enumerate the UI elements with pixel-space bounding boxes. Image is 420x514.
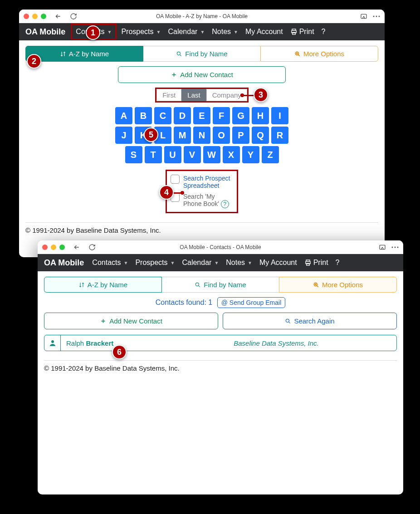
search-plus-icon xyxy=(313,282,319,288)
callout-5: 5 xyxy=(144,127,158,142)
svg-point-11 xyxy=(395,246,396,248)
letter-D[interactable]: D xyxy=(174,107,191,124)
chevron-down-icon: ▼ xyxy=(107,29,112,34)
letter-C[interactable]: C xyxy=(154,107,171,124)
letter-B[interactable]: B xyxy=(135,107,152,124)
label-prospect-spreadsheet[interactable]: Search Prospect Spreadsheet xyxy=(183,175,233,189)
letter-T[interactable]: T xyxy=(145,146,162,163)
nav-help[interactable]: ? xyxy=(333,257,342,269)
letter-F[interactable]: F xyxy=(213,107,230,124)
letter-R[interactable]: R xyxy=(271,127,288,144)
minimize-dot[interactable] xyxy=(32,14,38,19)
nav-print[interactable]: Print xyxy=(302,257,331,269)
tab-more-options[interactable]: More Options xyxy=(279,277,397,293)
cast-icon[interactable] xyxy=(379,244,386,251)
print-icon xyxy=(304,259,312,266)
letter-I[interactable]: I xyxy=(271,107,288,124)
reload-icon[interactable] xyxy=(70,13,77,20)
letter-U[interactable]: U xyxy=(164,146,181,163)
back-icon[interactable] xyxy=(73,244,80,251)
minimize-dot[interactable] xyxy=(51,245,56,250)
titlebar: OA Mobile - A-Z by Name - OA Mobile xyxy=(19,10,385,23)
letter-M[interactable]: M xyxy=(174,127,191,144)
sort-first[interactable]: First xyxy=(156,89,181,101)
back-icon[interactable] xyxy=(54,13,62,20)
results-count: Contacts found: 1 xyxy=(156,299,212,306)
svg-point-7 xyxy=(177,52,181,55)
letter-Y[interactable]: Y xyxy=(242,146,259,163)
nav-contacts[interactable]: Contacts▼ xyxy=(89,257,131,269)
nav-calendar[interactable]: Calendar▼ xyxy=(165,26,207,38)
send-group-email-button[interactable]: @ Send Group Email xyxy=(217,297,286,308)
footer-copyright: © 1991-2024 by Baseline Data Systems, In… xyxy=(44,360,397,372)
letter-N[interactable]: N xyxy=(193,127,210,144)
nav-notes[interactable]: Notes▼ xyxy=(223,257,255,269)
letter-Z[interactable]: Z xyxy=(262,146,279,163)
add-new-contact-button[interactable]: ＋ Add New Contact xyxy=(118,66,286,83)
nav-print[interactable]: Print xyxy=(288,26,317,38)
svg-point-1 xyxy=(373,15,375,17)
close-dot[interactable] xyxy=(24,14,29,19)
tab-az-by-name[interactable]: A-Z by Name xyxy=(25,46,143,62)
svg-point-12 xyxy=(397,246,399,248)
sort-last[interactable]: Last xyxy=(181,89,206,101)
close-dot[interactable] xyxy=(42,245,48,250)
plus-icon: ＋ xyxy=(100,317,107,325)
label-my-phone-book: Search 'My Phone Book' ? xyxy=(183,193,233,208)
callout-2: 2 xyxy=(27,54,41,69)
letter-V[interactable]: V xyxy=(184,146,201,163)
help-icon[interactable]: ? xyxy=(221,200,229,208)
brand: OA Mobile xyxy=(25,27,65,37)
chevron-down-icon: ▼ xyxy=(234,29,238,34)
nav-myaccount[interactable]: My Account xyxy=(257,257,300,269)
nav-myaccount[interactable]: My Account xyxy=(243,26,286,38)
window-title: OA Mobile - Contacts - OA Mobile xyxy=(180,244,261,250)
nav-notes[interactable]: Notes▼ xyxy=(209,26,241,38)
menu-dots-icon[interactable] xyxy=(391,246,399,248)
window-contacts-results: OA Mobile - Contacts - OA Mobile OA Mobi… xyxy=(38,240,403,494)
letter-E[interactable]: E xyxy=(193,107,210,124)
contact-row[interactable]: Ralph Brackert Baseline Data Systems, In… xyxy=(44,335,397,351)
letter-H[interactable]: H xyxy=(252,107,269,124)
menu-dots-icon[interactable] xyxy=(373,15,380,17)
letter-P[interactable]: P xyxy=(232,127,249,144)
reload-icon[interactable] xyxy=(88,244,96,251)
nav-prospects[interactable]: Prospects▼ xyxy=(118,26,163,38)
print-icon xyxy=(290,28,298,35)
letter-G[interactable]: G xyxy=(232,107,249,124)
zoom-dot[interactable] xyxy=(41,14,46,19)
letter-W[interactable]: W xyxy=(203,146,220,163)
chevron-down-icon: ▼ xyxy=(171,260,175,265)
callout-dot xyxy=(181,191,184,195)
at-icon: @ xyxy=(221,299,228,306)
letter-J[interactable]: J xyxy=(115,127,132,144)
letter-S[interactable]: S xyxy=(125,146,142,163)
tab-more-options[interactable]: More Options xyxy=(260,46,378,62)
tab-find-by-name[interactable]: Find by Name xyxy=(143,46,260,62)
zoom-dot[interactable] xyxy=(59,245,65,250)
letter-X[interactable]: X xyxy=(223,146,240,163)
checkbox-prospect-spreadsheet[interactable] xyxy=(171,175,180,184)
sort-icon xyxy=(78,282,85,288)
tab-az-by-name[interactable]: A-Z by Name xyxy=(44,277,162,293)
chevron-down-icon: ▼ xyxy=(156,29,161,34)
add-new-contact-button[interactable]: ＋ Add New Contact xyxy=(44,313,218,329)
titlebar: OA Mobile - Contacts - OA Mobile xyxy=(38,240,403,254)
view-tabs: A-Z by Name Find by Name More Options xyxy=(44,277,397,293)
nav-help[interactable]: ? xyxy=(319,26,328,38)
sort-icon xyxy=(60,51,66,57)
letter-A[interactable]: A xyxy=(115,107,132,124)
search-again-button[interactable]: Search Again xyxy=(223,313,397,329)
sort-field-toggle: First Last Company xyxy=(19,88,385,103)
cast-icon[interactable] xyxy=(360,13,367,20)
search-icon xyxy=(285,318,291,324)
nav-prospects[interactable]: Prospects▼ xyxy=(132,257,177,269)
svg-point-16 xyxy=(196,283,199,286)
letter-O[interactable]: O xyxy=(213,127,230,144)
brand: OA Mobile xyxy=(44,258,84,268)
nav-calendar[interactable]: Calendar▼ xyxy=(179,257,221,269)
letter-Q[interactable]: Q xyxy=(252,127,269,144)
tab-find-by-name[interactable]: Find by Name xyxy=(162,277,279,293)
svg-point-19 xyxy=(51,340,54,343)
svg-point-18 xyxy=(286,319,289,322)
